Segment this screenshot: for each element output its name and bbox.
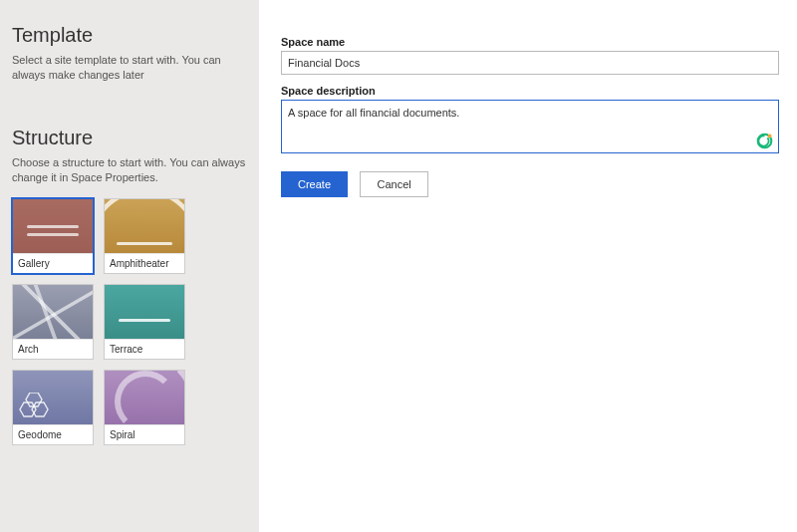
structure-card-arch[interactable]: Arch <box>12 284 94 360</box>
space-description-label: Space description <box>281 85 779 97</box>
terrace-thumb <box>105 285 184 339</box>
svg-point-4 <box>768 133 772 137</box>
structure-card-label: Terrace <box>105 339 184 359</box>
structure-card-amphitheater[interactable]: Amphitheater <box>104 198 185 274</box>
space-name-label: Space name <box>281 36 779 48</box>
arch-thumb <box>13 285 93 339</box>
structure-grid: Gallery Amphitheater Arch Terrace <box>12 198 247 445</box>
template-heading: Template <box>12 24 247 47</box>
space-name-input[interactable] <box>281 51 779 75</box>
space-name-field: Space name <box>281 36 779 75</box>
space-description-input[interactable] <box>281 100 779 153</box>
structure-card-label: Geodome <box>13 424 93 444</box>
sidebar: Template Select a site template to start… <box>0 0 259 532</box>
structure-card-spiral[interactable]: Spiral <box>104 370 185 445</box>
grammarly-icon[interactable] <box>756 133 773 149</box>
main-form: Space name Space description Create Canc… <box>259 0 797 532</box>
structure-subtext: Choose a structure to start with. You ca… <box>12 155 247 185</box>
structure-card-terrace[interactable]: Terrace <box>104 284 185 360</box>
template-subtext: Select a site template to start with. Yo… <box>12 53 247 83</box>
template-section: Template Select a site template to start… <box>12 24 247 83</box>
cancel-button[interactable]: Cancel <box>360 171 427 197</box>
structure-section: Structure Choose a structure to start wi… <box>12 127 247 446</box>
svg-marker-2 <box>26 393 42 406</box>
create-button[interactable]: Create <box>281 171 348 197</box>
geodome-thumb <box>13 371 93 424</box>
button-row: Create Cancel <box>281 171 779 197</box>
spiral-thumb <box>105 371 184 424</box>
svg-marker-0 <box>20 402 36 416</box>
structure-card-geodome[interactable]: Geodome <box>12 370 94 445</box>
space-description-field: Space description <box>281 85 779 157</box>
structure-card-label: Gallery <box>13 253 93 273</box>
structure-card-gallery[interactable]: Gallery <box>12 198 94 274</box>
structure-card-label: Spiral <box>105 424 184 444</box>
gallery-thumb <box>13 199 93 253</box>
amphitheater-thumb <box>105 199 184 253</box>
structure-heading: Structure <box>12 127 247 149</box>
structure-card-label: Amphitheater <box>105 253 184 273</box>
structure-card-label: Arch <box>13 339 93 359</box>
svg-marker-1 <box>32 402 48 416</box>
